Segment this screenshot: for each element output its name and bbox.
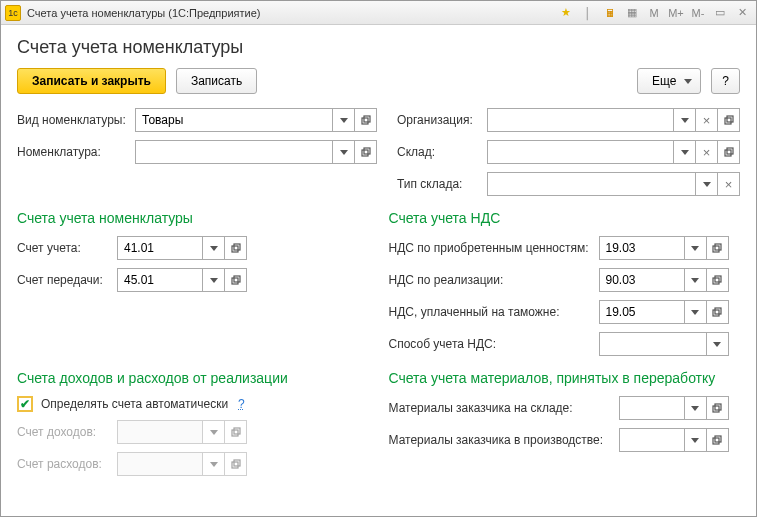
window: 1c Счета учета номенклатуры (1С:Предприя… — [0, 0, 757, 517]
m-minus-button[interactable]: M- — [688, 4, 708, 22]
clear-icon[interactable] — [696, 108, 718, 132]
open-icon[interactable] — [225, 236, 247, 260]
svg-rect-16 — [713, 310, 719, 316]
close-button[interactable]: ✕ — [732, 4, 752, 22]
save-close-button[interactable]: Записать и закрыть — [17, 68, 166, 94]
open-icon[interactable] — [718, 108, 740, 132]
open-icon — [225, 452, 247, 476]
svg-rect-8 — [232, 246, 238, 252]
svg-rect-0 — [362, 118, 368, 124]
svg-rect-5 — [364, 148, 370, 154]
item-type-field[interactable] — [135, 108, 333, 132]
transfer-field[interactable] — [117, 268, 203, 292]
svg-rect-1 — [364, 116, 370, 122]
section-income-title: Счета доходов и расходов от реализации — [17, 370, 369, 386]
svg-rect-20 — [232, 462, 238, 468]
dropdown-icon[interactable] — [707, 332, 729, 356]
dropdown-icon[interactable] — [685, 428, 707, 452]
open-icon[interactable] — [225, 268, 247, 292]
dropdown-icon[interactable] — [674, 140, 696, 164]
open-icon[interactable] — [707, 236, 729, 260]
warehouse-input[interactable] — [487, 140, 740, 164]
window-title: Счета учета номенклатуры (1С:Предприятие… — [27, 7, 554, 19]
vat-purchased-input[interactable] — [599, 236, 729, 260]
wtype-input[interactable] — [487, 172, 740, 196]
more-button[interactable]: Еще — [637, 68, 701, 94]
vat-method-field[interactable] — [599, 332, 707, 356]
open-icon[interactable] — [355, 140, 377, 164]
minimize-button[interactable]: ▭ — [710, 4, 730, 22]
dropdown-icon[interactable] — [685, 300, 707, 324]
svg-rect-17 — [715, 308, 721, 314]
divider-icon: │ — [578, 4, 598, 22]
svg-rect-3 — [727, 116, 733, 122]
mat-prod-field[interactable] — [619, 428, 685, 452]
help-button[interactable]: ? — [711, 68, 740, 94]
save-button[interactable]: Записать — [176, 68, 257, 94]
item-input[interactable] — [135, 140, 377, 164]
open-icon[interactable] — [707, 428, 729, 452]
dropdown-icon[interactable] — [685, 236, 707, 260]
mat-prod-input[interactable] — [619, 428, 729, 452]
dropdown-icon[interactable] — [203, 236, 225, 260]
vat-method-input[interactable] — [599, 332, 729, 356]
transfer-label: Счет передачи: — [17, 273, 117, 287]
m-plus-button[interactable]: M+ — [666, 4, 686, 22]
vat-purchased-field[interactable] — [599, 236, 685, 260]
item-field[interactable] — [135, 140, 333, 164]
clear-icon[interactable] — [696, 140, 718, 164]
svg-rect-7 — [727, 148, 733, 154]
transfer-input[interactable] — [117, 268, 247, 292]
acc-input[interactable] — [117, 236, 247, 260]
vat-customs-label: НДС, уплаченный на таможне: — [389, 305, 599, 319]
acc-field[interactable] — [117, 236, 203, 260]
open-icon[interactable] — [355, 108, 377, 132]
auto-checkbox[interactable]: ✔ — [17, 396, 33, 412]
dropdown-icon[interactable] — [333, 140, 355, 164]
favorite-icon[interactable]: ★ — [556, 4, 576, 22]
org-field[interactable] — [487, 108, 674, 132]
vat-method-label: Способ учета НДС: — [389, 337, 599, 351]
svg-rect-6 — [725, 150, 731, 156]
open-icon[interactable] — [707, 268, 729, 292]
warehouse-field[interactable] — [487, 140, 674, 164]
dropdown-icon[interactable] — [203, 268, 225, 292]
dropdown-icon[interactable] — [685, 268, 707, 292]
svg-rect-21 — [234, 460, 240, 466]
svg-rect-12 — [713, 246, 719, 252]
open-icon[interactable] — [718, 140, 740, 164]
vat-sales-field[interactable] — [599, 268, 685, 292]
content: Счета учета номенклатуры Записать и закр… — [1, 25, 756, 516]
expense-label: Счет расходов: — [17, 457, 117, 471]
m-button[interactable]: M — [644, 4, 664, 22]
calendar-icon[interactable]: ▦ — [622, 4, 642, 22]
svg-rect-10 — [232, 278, 238, 284]
mat-stock-label: Материалы заказчика на складе: — [389, 401, 619, 415]
svg-rect-23 — [715, 404, 721, 410]
open-icon[interactable] — [707, 396, 729, 420]
wtype-field[interactable] — [487, 172, 696, 196]
vat-customs-field[interactable] — [599, 300, 685, 324]
section-vat-title: Счета учета НДС — [389, 210, 741, 226]
item-type-input[interactable] — [135, 108, 377, 132]
app-icon: 1c — [5, 5, 21, 21]
dropdown-icon[interactable] — [685, 396, 707, 420]
dropdown-icon — [203, 452, 225, 476]
auto-help-link[interactable]: ? — [238, 397, 245, 411]
dropdown-icon[interactable] — [696, 172, 718, 196]
mat-stock-field[interactable] — [619, 396, 685, 420]
org-input[interactable] — [487, 108, 740, 132]
calculator-icon[interactable]: 🖩 — [600, 4, 620, 22]
vat-customs-input[interactable] — [599, 300, 729, 324]
vat-sales-input[interactable] — [599, 268, 729, 292]
clear-icon[interactable] — [718, 172, 740, 196]
item-type-label: Вид номенклатуры: — [17, 113, 135, 127]
more-label: Еще — [652, 74, 676, 88]
expense-input — [117, 452, 247, 476]
auto-label: Определять счета автоматически — [41, 397, 228, 411]
dropdown-icon[interactable] — [674, 108, 696, 132]
dropdown-icon[interactable] — [333, 108, 355, 132]
mat-stock-input[interactable] — [619, 396, 729, 420]
svg-rect-4 — [362, 150, 368, 156]
open-icon[interactable] — [707, 300, 729, 324]
